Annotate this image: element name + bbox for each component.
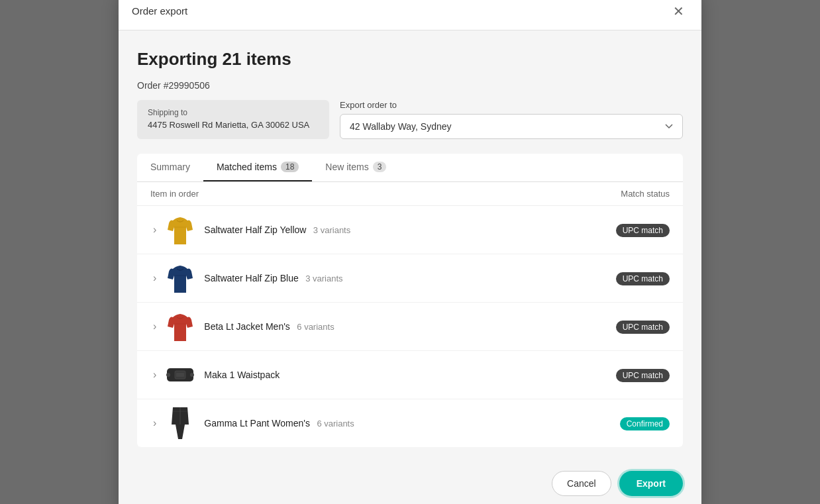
modal: Order export ✕ Exporting 21 items Order … [119,0,701,504]
item-variants: 6 variants [297,322,334,332]
confirmed-badge: Confirmed [620,417,670,430]
table-row: › Maka 1 Waistpack [137,351,683,399]
item-name: Gamma Lt Pant Women's [204,418,310,428]
item-name: Saltwater Half Zip Blue [204,273,298,283]
match-status: UPC match [616,369,670,381]
upc-match-badge: UPC match [616,321,670,334]
modal-footer: Cancel Export [119,460,701,505]
tab-summary-label: Summary [150,162,190,172]
item-info: Gamma Lt Pant Women's 6 variants [204,417,354,429]
item-image [166,309,195,344]
item-info: Saltwater Half Zip Blue 3 variants [204,272,342,284]
match-status: UPC match [616,272,670,284]
item-image [166,261,195,295]
tab-matched-label: Matched items [217,162,277,172]
row-expand-button[interactable]: › [150,318,159,335]
export-title: Exporting 21 items [137,49,683,70]
modal-body: Exporting 21 items Order #29990506 Shipp… [119,30,701,460]
modal-header: Order export ✕ [119,0,701,30]
close-button[interactable]: ✕ [669,3,688,19]
export-to-box: Export order to 42 Wallaby Way, Sydney [340,100,683,139]
items-table: Item in order Match status › Saltwat [137,182,683,447]
tab-new-badge: 3 [373,162,387,172]
match-status: UPC match [616,224,670,236]
upc-match-badge: UPC match [616,224,670,237]
tab-new-label: New items [325,162,368,172]
shipping-box: Shipping to 4475 Roswell Rd Marietta, GA… [137,100,329,139]
col-item-header: Item in order [150,189,199,199]
table-row: › Saltwater Half Zip Blue 3 variants U [137,254,683,303]
row-expand-button[interactable]: › [150,221,159,238]
upc-match-badge: UPC match [616,369,670,382]
shipping-address: 4475 Roswell Rd Marietta, GA 30062 USA [148,120,319,130]
svg-point-4 [190,373,194,377]
item-image [166,406,195,440]
item-name: Saltwater Half Zip Yellow [204,225,306,235]
export-to-label: Export order to [340,100,683,110]
upc-match-badge: UPC match [616,272,670,285]
item-variants: 3 variants [305,274,342,283]
tab-summary[interactable]: Summary [137,154,203,181]
tab-matched-badge: 18 [281,162,299,172]
row-expand-button[interactable]: › [150,415,159,432]
tab-new-items[interactable]: New items 3 [312,154,399,181]
svg-rect-2 [176,373,184,377]
match-status: Confirmed [620,417,670,429]
modal-title: Order export [132,5,187,17]
modal-overlay: Order export ✕ Exporting 21 items Order … [0,0,820,504]
table-row: › Beta Lt Jacket Men's 6 variants UPC [137,303,683,351]
cancel-button[interactable]: Cancel [552,471,611,496]
row-expand-button[interactable]: › [150,366,159,383]
export-destination-select[interactable]: 42 Wallaby Way, Sydney [340,114,683,139]
tabs-container: Summary Matched items 18 New items 3 [137,154,683,182]
item-info: Beta Lt Jacket Men's 6 variants [204,321,334,332]
info-row: Shipping to 4475 Roswell Rd Marietta, GA… [137,100,683,139]
match-status: UPC match [616,321,670,332]
table-header: Item in order Match status [137,182,683,206]
table-row: › Gamma Lt Pant Women's 6 variants Con [137,399,683,447]
row-expand-button[interactable]: › [150,270,159,287]
item-info: Saltwater Half Zip Yellow 3 variants [204,224,350,236]
shipping-label: Shipping to [148,108,319,117]
item-image [166,213,195,247]
item-info: Maka 1 Waistpack [204,369,283,381]
item-image [166,358,195,392]
table-row: › Saltwater Half Zip Yellow 3 variants [137,206,683,254]
item-variants: 6 variants [317,419,354,428]
item-variants: 3 variants [313,225,350,235]
col-match-header: Match status [621,189,670,199]
export-button[interactable]: Export [619,471,683,496]
order-number: Order #29990506 [137,80,683,91]
tab-matched-items[interactable]: Matched items 18 [203,154,312,181]
svg-point-3 [166,373,170,377]
item-name: Maka 1 Waistpack [204,370,280,380]
item-name: Beta Lt Jacket Men's [204,321,290,332]
